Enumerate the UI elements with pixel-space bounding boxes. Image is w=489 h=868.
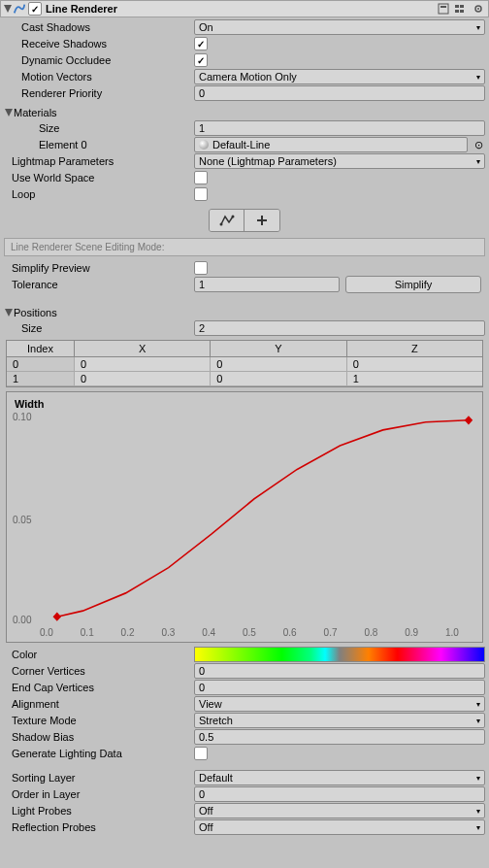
- renderer-priority-label: Renderer Priority: [21, 87, 194, 99]
- simplify-preview-label: Simplify Preview: [12, 262, 194, 274]
- cast-shadows-dropdown[interactable]: On▾: [194, 19, 485, 35]
- positions-label: Positions: [14, 307, 57, 318]
- y-tick: 0.05: [13, 515, 31, 525]
- shadow-bias-label: Shadow Bias: [12, 731, 194, 743]
- sorting-layer-label: Sorting Layer: [12, 772, 194, 784]
- lightmap-params-dropdown[interactable]: None (Lightmap Parameters)▾: [194, 153, 485, 169]
- element0-field[interactable]: Default-Line: [194, 137, 468, 152]
- y-tick: 0.10: [13, 412, 31, 422]
- edit-points-button[interactable]: [210, 210, 244, 231]
- y-tick: 0.00: [13, 615, 31, 625]
- loop-label: Loop: [12, 188, 194, 200]
- width-curve[interactable]: Width 0.10 0.05 0.00 0.00.10.20.30.40.50…: [6, 391, 483, 643]
- materials-size-input[interactable]: 1: [194, 120, 485, 136]
- th-y[interactable]: Y: [211, 341, 346, 356]
- chevron-down-icon: ▾: [476, 157, 480, 166]
- positions-foldout[interactable]: [4, 308, 14, 317]
- order-in-layer-input[interactable]: 0: [194, 786, 485, 802]
- reflection-probes-dropdown[interactable]: Off▾: [194, 819, 485, 835]
- chevron-down-icon: ▾: [476, 774, 480, 783]
- line-renderer-icon: [13, 2, 26, 16]
- use-world-space-checkbox[interactable]: [194, 171, 208, 184]
- settings-gear-icon[interactable]: [471, 1, 486, 17]
- svg-rect-16: [465, 416, 473, 424]
- table-row[interactable]: 0 0 0 0: [7, 357, 482, 372]
- receive-shadows-label: Receive Shadows: [21, 38, 194, 50]
- tolerance-input[interactable]: 1: [194, 277, 340, 292]
- th-index[interactable]: Index: [7, 341, 75, 356]
- materials-label: Materials: [14, 107, 57, 118]
- positions-size-label: Size: [21, 322, 194, 334]
- color-label: Color: [12, 649, 194, 660]
- corner-vertices-input[interactable]: 0: [194, 663, 485, 679]
- color-gradient-field[interactable]: [194, 647, 485, 662]
- reflection-probes-label: Reflection Probes: [12, 821, 194, 833]
- svg-rect-3: [455, 5, 459, 8]
- alignment-label: Alignment: [12, 698, 194, 710]
- shadow-bias-input[interactable]: 0.5: [194, 729, 485, 745]
- generate-lighting-checkbox[interactable]: [194, 747, 208, 760]
- motion-vectors-dropdown[interactable]: Camera Motion Only▾: [194, 69, 485, 84]
- svg-rect-4: [460, 5, 464, 8]
- chevron-down-icon: ▾: [476, 807, 480, 816]
- texture-mode-label: Texture Mode: [12, 715, 194, 726]
- chevron-down-icon: ▾: [476, 23, 480, 32]
- chevron-down-icon: ▾: [476, 73, 480, 82]
- chevron-down-icon: ▾: [476, 823, 480, 832]
- chevron-down-icon: ▾: [476, 717, 480, 725]
- svg-point-10: [219, 223, 222, 226]
- dynamic-occludee-label: Dynamic Occludee: [21, 54, 194, 66]
- simplify-button[interactable]: Simplify: [345, 276, 481, 293]
- chevron-down-icon: ▾: [476, 700, 480, 709]
- object-picker-icon[interactable]: ⊙: [472, 138, 485, 151]
- x-ticks: 0.00.10.20.30.40.50.60.70.80.91.0: [11, 625, 478, 638]
- foldout-toggle[interactable]: [3, 4, 13, 14]
- corner-vertices-label: Corner Vertices: [12, 665, 194, 677]
- svg-rect-6: [460, 10, 464, 13]
- motion-vectors-label: Motion Vectors: [21, 71, 194, 83]
- dynamic-occludee-checkbox[interactable]: [194, 53, 208, 67]
- light-probes-dropdown[interactable]: Off▾: [194, 803, 485, 818]
- cast-shadows-label: Cast Shadows: [21, 21, 194, 33]
- renderer-priority-input[interactable]: 0: [194, 85, 485, 101]
- svg-point-8: [477, 8, 479, 10]
- light-probes-label: Light Probes: [12, 805, 194, 817]
- svg-rect-15: [53, 613, 62, 621]
- width-curve-title: Width: [11, 396, 478, 412]
- material-icon: [199, 140, 209, 150]
- svg-rect-2: [440, 6, 446, 8]
- component-title: Line Renderer: [46, 3, 436, 15]
- order-in-layer-label: Order in Layer: [12, 788, 194, 800]
- lightmap-params-label: Lightmap Parameters: [12, 155, 194, 167]
- component-body: Cast Shadows On▾ Receive Shadows Dynamic…: [0, 17, 489, 838]
- materials-foldout[interactable]: [4, 108, 14, 117]
- th-z[interactable]: Z: [347, 341, 482, 356]
- table-row[interactable]: 1 0 0 1: [7, 372, 482, 386]
- svg-rect-1: [439, 4, 448, 14]
- component-enabled-checkbox[interactable]: [28, 2, 42, 16]
- positions-size-input[interactable]: 2: [194, 320, 485, 336]
- loop-checkbox[interactable]: [194, 187, 208, 201]
- reference-icon[interactable]: [436, 1, 451, 17]
- th-x[interactable]: X: [75, 341, 211, 356]
- scene-edit-mode-label: Line Renderer Scene Editing Mode:: [4, 238, 485, 256]
- element0-label: Element 0: [39, 139, 194, 150]
- use-world-space-label: Use World Space: [12, 172, 194, 184]
- receive-shadows-checkbox[interactable]: [194, 37, 208, 50]
- alignment-dropdown[interactable]: View▾: [194, 696, 485, 712]
- svg-marker-9: [5, 109, 13, 117]
- svg-rect-5: [455, 10, 459, 13]
- presets-icon[interactable]: [453, 1, 469, 17]
- generate-lighting-label: Generate Lighting Data: [12, 748, 194, 759]
- positions-table: Index X Y Z 0 0 0 0 1 0 0 1: [6, 340, 483, 387]
- texture-mode-dropdown[interactable]: Stretch▾: [194, 713, 485, 728]
- component-header: Line Renderer: [0, 0, 489, 17]
- edit-mode-toolbar: [4, 203, 485, 238]
- simplify-preview-checkbox[interactable]: [194, 261, 208, 275]
- end-cap-vertices-label: End Cap Vertices: [12, 682, 194, 693]
- add-point-button[interactable]: [244, 210, 279, 231]
- end-cap-vertices-input[interactable]: 0: [194, 680, 485, 695]
- tolerance-label: Tolerance: [12, 279, 194, 290]
- sorting-layer-dropdown[interactable]: Default▾: [194, 770, 485, 785]
- svg-marker-0: [4, 5, 12, 13]
